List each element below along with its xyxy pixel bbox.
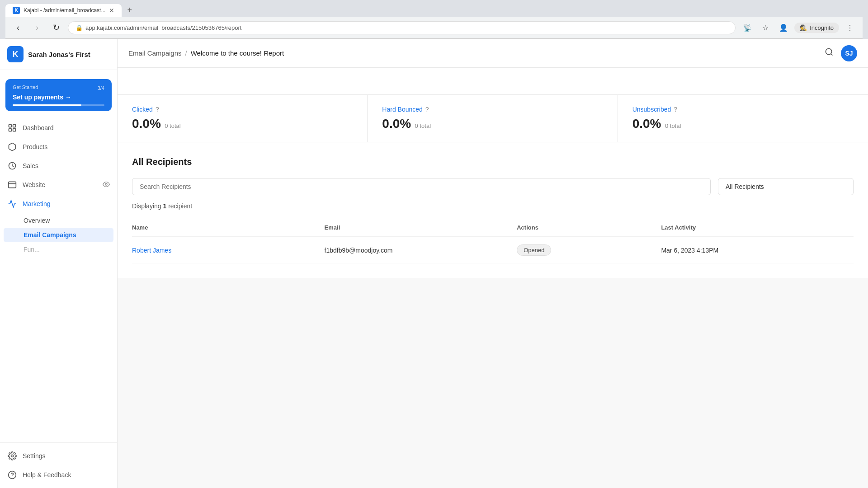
unsubscribed-text[interactable]: Unsubscribed (632, 106, 671, 113)
displaying-suffix: recipient (166, 202, 192, 210)
reload-button[interactable]: ↻ (49, 20, 63, 35)
new-tab-button[interactable]: + (123, 4, 136, 17)
sales-icon (7, 161, 17, 171)
dashboard-icon (7, 123, 17, 133)
sidebar-item-website[interactable]: Website (0, 175, 117, 194)
recipient-last-activity-cell: Mar 6, 2023 4:13PM (661, 247, 854, 254)
sidebar-header: K Sarah Jonas's First (0, 39, 117, 70)
breadcrumb-parent-link[interactable]: Email Campaigns (128, 49, 182, 57)
recipient-email-cell: f1bdfb9b@moodjoy.com (325, 247, 517, 254)
profile-button[interactable]: 👤 (776, 20, 791, 35)
hard-bounced-label: Hard Bounced ? (382, 106, 603, 113)
menu-button[interactable]: ⋮ (843, 20, 857, 35)
unsubscribed-help-icon[interactable]: ? (674, 106, 677, 113)
browser-toolbar: ‹ › ↻ 🔒 app.kajabi.com/admin/email_broad… (5, 17, 863, 39)
content-area: Clicked ? 0.0% 0 total Hard Bounced ? 0.… (118, 68, 868, 488)
svg-rect-5 (9, 182, 16, 188)
sidebar-content: Get Started 3/4 Set up payments → Dashbo… (0, 70, 117, 442)
sidebar-item-sales[interactable]: Sales (0, 156, 117, 175)
tab-favicon: K (13, 7, 20, 14)
sidebar-item-products[interactable]: Products (0, 137, 117, 156)
hard-bounced-value: 0.0% (382, 117, 411, 131)
displaying-prefix: Displaying (132, 202, 163, 210)
unsubscribed-total: 0 total (665, 122, 681, 129)
main-content: Email Campaigns / Welcome to the course!… (118, 39, 868, 488)
back-button[interactable]: ‹ (11, 20, 25, 35)
marketing-icon (7, 199, 17, 209)
email-campaigns-label: Email Campaigns (24, 231, 76, 239)
get-started-bar-fill (13, 104, 81, 106)
active-tab[interactable]: K Kajabi - /admin/email_broadcast... ✕ (5, 4, 122, 17)
incognito-button[interactable]: 🕵️ Incognito (794, 23, 839, 33)
bookmark-button[interactable]: ☆ (758, 20, 773, 35)
sidebar-brand: Sarah Jonas's First (28, 51, 90, 58)
dashboard-label: Dashboard (23, 124, 110, 131)
sidebar: K Sarah Jonas's First Get Started 3/4 Se… (0, 39, 118, 488)
col-header-actions: Actions (517, 224, 661, 231)
filter-dropdown[interactable]: All Recipients Opened Clicked Hard Bounc… (718, 178, 854, 195)
products-icon (7, 142, 17, 152)
get-started-label: Get Started (13, 84, 38, 90)
settings-label: Settings (23, 452, 110, 460)
sidebar-logo: K (7, 46, 24, 62)
get-started-card[interactable]: Get Started 3/4 Set up payments → (5, 79, 112, 111)
sidebar-sub-funnels[interactable]: Fun... (0, 242, 117, 257)
products-label: Products (23, 143, 110, 150)
hard-bounced-value-row: 0.0% 0 total (382, 117, 603, 131)
get-started-title: Set up payments → (13, 94, 104, 101)
help-label: Help & Feedback (23, 471, 110, 479)
hard-bounced-total: 0 total (415, 122, 431, 129)
sales-label: Sales (23, 162, 110, 169)
svg-point-11 (826, 49, 832, 55)
overview-label: Overview (24, 217, 50, 224)
clicked-total: 0 total (165, 122, 180, 129)
toolbar-actions: 📡 ☆ 👤 🕵️ Incognito ⋮ (740, 20, 857, 35)
recipient-name-cell: Robert James (132, 247, 325, 254)
address-bar[interactable]: 🔒 app.kajabi.com/admin/email_broadcasts/… (68, 21, 736, 34)
clicked-label: Clicked ? (132, 106, 353, 113)
app: K Sarah Jonas's First Get Started 3/4 Se… (0, 39, 868, 488)
avatar[interactable]: SJ (841, 45, 857, 61)
marketing-label: Marketing (23, 200, 110, 207)
sidebar-item-help[interactable]: Help & Feedback (0, 465, 117, 484)
tab-title: Kajabi - /admin/email_broadcast... (24, 7, 105, 14)
sidebar-bottom: Settings Help & Feedback (0, 442, 117, 488)
cast-button[interactable]: 📡 (740, 20, 755, 35)
top-stats-row-hidden (118, 68, 868, 95)
clicked-value-row: 0.0% 0 total (132, 117, 353, 131)
table-header: Name Email Actions Last Activity (132, 219, 854, 237)
hard-bounced-text[interactable]: Hard Bounced (382, 106, 423, 113)
svg-line-12 (831, 54, 833, 56)
filter-select[interactable]: All Recipients Opened Clicked Hard Bounc… (726, 183, 846, 190)
svg-rect-3 (13, 129, 16, 131)
clicked-text[interactable]: Clicked (132, 106, 153, 113)
get-started-progress: 3/4 (98, 85, 104, 91)
sidebar-item-settings[interactable]: Settings (0, 446, 117, 465)
incognito-label: Incognito (810, 24, 834, 31)
sidebar-item-dashboard[interactable]: Dashboard (0, 118, 117, 137)
tab-close-button[interactable]: ✕ (109, 7, 114, 14)
search-recipients-input[interactable] (132, 178, 711, 195)
unsubscribed-label: Unsubscribed ? (632, 106, 854, 113)
col-header-last-activity: Last Activity (661, 224, 854, 231)
stats-row: Clicked ? 0.0% 0 total Hard Bounced ? 0.… (118, 95, 868, 142)
top-header: Email Campaigns / Welcome to the course!… (118, 39, 868, 68)
col-header-name: Name (132, 224, 325, 231)
clicked-help-icon[interactable]: ? (156, 106, 159, 113)
svg-rect-0 (9, 125, 12, 127)
recipients-section: All Recipients All Recipients Opened Cli… (118, 142, 868, 278)
sidebar-sub-overview[interactable]: Overview (0, 213, 117, 228)
status-badge-opened: Opened (517, 244, 551, 256)
forward-button[interactable]: › (30, 20, 44, 35)
sidebar-item-marketing[interactable]: Marketing (0, 194, 117, 213)
hard-bounced-help-icon[interactable]: ? (425, 106, 429, 113)
col-header-email: Email (325, 224, 517, 231)
recipient-name-link[interactable]: Robert James (132, 247, 171, 254)
recipient-action-cell: Opened (517, 244, 661, 256)
displaying-text: Displaying 1 recipient (132, 202, 854, 210)
search-button[interactable] (825, 47, 834, 59)
sidebar-sub-email-campaigns[interactable]: Email Campaigns (4, 228, 113, 242)
svg-point-7 (105, 183, 107, 185)
tab-bar: K Kajabi - /admin/email_broadcast... ✕ + (5, 4, 863, 17)
recipients-table: Name Email Actions Last Activity Robert … (132, 219, 854, 263)
